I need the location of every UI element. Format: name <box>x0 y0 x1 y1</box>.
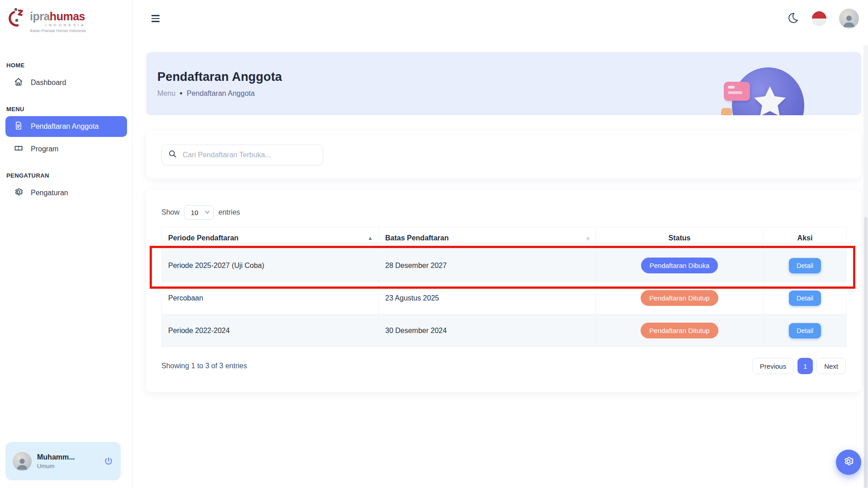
hero-banner: Pendaftaran Anggota Menu Pendaftaran Ang… <box>146 52 861 115</box>
home-icon <box>14 77 24 89</box>
column-header-batas[interactable]: Batas Pendaftaran◆ <box>379 227 596 249</box>
hero-illustration <box>727 65 808 115</box>
detail-button[interactable]: Detail <box>789 291 821 306</box>
gear-icon <box>843 455 854 469</box>
registrations-table: Periode Pendaftaran▲ Batas Pendaftaran◆ … <box>161 227 847 347</box>
cell-periode: Percobaan <box>162 282 379 314</box>
detail-button[interactable]: Detail <box>789 323 821 338</box>
topbar-actions <box>787 9 859 28</box>
scrollbar[interactable] <box>863 45 868 488</box>
search-icon <box>168 150 177 160</box>
search-card <box>146 131 861 178</box>
brand-name-gray: ipra <box>30 10 50 23</box>
sidebar-nav: HOME Dashboard MENU Pendaftaran Anggota <box>0 33 132 203</box>
section-label-pengaturan: PENGATURAN <box>0 172 132 179</box>
menu-icon[interactable] <box>151 15 160 22</box>
column-header-aksi[interactable]: Aksi <box>764 227 847 249</box>
cell-batas: 28 Desember 2027 <box>379 249 596 282</box>
brand-subtitle: INDONESIA <box>30 23 86 27</box>
page-size-control: Show 10 entries <box>161 205 846 220</box>
show-label: Show <box>161 208 179 216</box>
page-number-current[interactable]: 1 <box>797 358 813 374</box>
star-icon <box>749 83 791 115</box>
cell-batas: 23 Agustus 2025 <box>379 282 596 314</box>
user-avatar <box>13 452 32 471</box>
page-size-select-wrap: 10 <box>184 205 214 220</box>
cell-periode: Periode 2022-2024 <box>162 314 379 347</box>
previous-page-button[interactable]: Previous <box>752 358 794 374</box>
sidebar-item-label: Pendaftaran Anggota <box>31 122 99 131</box>
next-page-button[interactable]: Next <box>816 358 846 374</box>
breadcrumb-current: Pendaftaran Anggota <box>187 89 255 98</box>
table-header-row: Periode Pendaftaran▲ Batas Pendaftaran◆ … <box>162 227 847 249</box>
user-avatar[interactable] <box>839 9 859 28</box>
column-header-status[interactable]: Status <box>596 227 764 249</box>
scrollbar-thumb[interactable] <box>864 217 868 488</box>
table-row: Periode 2025-2027 (Uji Coba) 28 Desember… <box>162 249 847 282</box>
illustration-card <box>724 82 750 101</box>
illustration-orange-cube <box>721 108 732 115</box>
sidebar: iprahumas INDONESIA Ikatan Pranata Humas… <box>0 0 133 488</box>
entries-summary: Showing 1 to 3 of 3 entries <box>161 362 247 370</box>
table-footer: Showing 1 to 3 of 3 entries Previous 1 N… <box>161 358 846 374</box>
status-badge: Pendaftaran Dibuka <box>641 258 718 273</box>
page-size-select[interactable]: 10 <box>184 205 214 220</box>
breadcrumb-root[interactable]: Menu <box>157 89 175 98</box>
brand-tagline: Ikatan Pranata Humas Indonesia <box>30 28 86 33</box>
brand-logo-icon <box>7 6 26 33</box>
table-row: Percobaan 23 Agustus 2025 Pendaftaran Di… <box>162 282 847 314</box>
power-icon[interactable] <box>104 456 113 466</box>
cell-periode: Periode 2025-2027 (Uji Coba) <box>162 249 379 282</box>
breadcrumb-separator <box>180 92 182 94</box>
document-icon <box>14 121 24 132</box>
ticket-icon <box>14 143 24 155</box>
pagination: Previous 1 Next <box>752 358 846 374</box>
moon-icon[interactable] <box>787 12 799 26</box>
user-role: Umum <box>37 463 75 469</box>
search-box[interactable] <box>161 145 323 165</box>
column-header-periode[interactable]: Periode Pendaftaran▲ <box>162 227 379 249</box>
settings-fab-button[interactable] <box>836 450 861 475</box>
topbar <box>133 0 868 37</box>
sort-icon[interactable]: ◆ <box>586 235 590 241</box>
indonesia-flag-icon[interactable] <box>812 11 826 26</box>
registrations-card: Show 10 entries Periode Pendaftaran▲ <box>146 190 861 392</box>
brand-logo[interactable]: iprahumas INDONESIA Ikatan Pranata Humas… <box>0 0 132 33</box>
section-label-home: HOME <box>0 62 132 69</box>
sidebar-item-pendaftaran-anggota[interactable]: Pendaftaran Anggota <box>5 116 127 137</box>
user-name: Muhamm... <box>37 453 75 461</box>
gear-icon <box>14 187 24 199</box>
detail-button[interactable]: Detail <box>789 258 821 273</box>
cell-batas: 30 Desember 2024 <box>379 314 596 347</box>
brand-text: iprahumas INDONESIA Ikatan Pranata Humas… <box>30 6 86 33</box>
sidebar-item-program[interactable]: Program <box>5 139 127 160</box>
status-badge: Pendaftaran Ditutup <box>641 290 718 306</box>
page-content: Pendaftaran Anggota Menu Pendaftaran Ang… <box>133 52 868 392</box>
section-label-menu: MENU <box>0 106 132 113</box>
sidebar-item-label: Program <box>31 145 58 153</box>
status-badge: Pendaftaran Ditutup <box>641 323 718 338</box>
sort-asc-icon[interactable]: ▲ <box>368 235 373 241</box>
brand-name-red: humas <box>50 10 85 23</box>
sidebar-item-label: Dashboard <box>31 79 66 87</box>
search-input[interactable] <box>183 151 316 159</box>
sidebar-user-card[interactable]: Muhamm... Umum <box>5 442 121 480</box>
user-info: Muhamm... Umum <box>37 453 75 469</box>
sidebar-item-label: Pengaturan <box>31 189 68 197</box>
table-row: Periode 2022-2024 30 Desember 2024 Penda… <box>162 314 847 347</box>
entries-label: entries <box>218 208 240 216</box>
main-area: Pendaftaran Anggota Menu Pendaftaran Ang… <box>133 0 868 392</box>
sidebar-item-dashboard[interactable]: Dashboard <box>5 72 127 93</box>
sidebar-item-pengaturan[interactable]: Pengaturan <box>5 183 127 203</box>
